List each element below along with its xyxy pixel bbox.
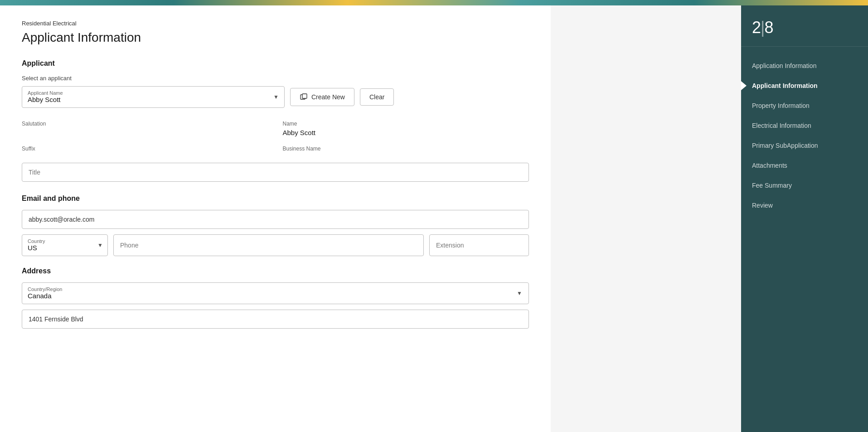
sidebar-item-label-application-information: Application Information xyxy=(752,62,816,69)
address-line1-input[interactable] xyxy=(22,310,529,329)
country-region-value: Canada xyxy=(28,292,52,300)
suffix-label: Suffix xyxy=(22,146,268,152)
country-region-label: Country/Region xyxy=(28,286,510,292)
sidebar-item-application-information[interactable]: Application Information xyxy=(741,56,868,76)
sidebar: 2|8 Application Information Applicant In… xyxy=(741,5,868,432)
country-phone-arrow-icon: ▼ xyxy=(97,242,103,248)
page-title: Applicant Information xyxy=(22,30,529,45)
sidebar-item-property-information[interactable]: Property Information xyxy=(741,96,868,116)
create-new-icon xyxy=(300,93,308,101)
suffix-business-row: Suffix Business Name xyxy=(22,146,529,154)
sidebar-item-primary-subapplication[interactable]: Primary SubApplication xyxy=(741,136,868,155)
name-value: Abby Scott xyxy=(283,129,529,136)
country-phone-label: Country xyxy=(28,238,89,244)
step-indicator: 2|8 xyxy=(741,5,868,47)
select-applicant-row: Applicant Name Abby Scott ▼ Create New xyxy=(22,86,529,108)
applicant-name-dropdown-label: Applicant Name xyxy=(28,90,266,96)
applicant-section-title: Applicant xyxy=(22,59,529,68)
address-section: Address Country/Region Canada ▼ xyxy=(22,267,529,329)
svg-rect-1 xyxy=(302,94,307,98)
business-name-field: Business Name xyxy=(283,146,529,154)
sidebar-item-label-review: Review xyxy=(752,202,773,209)
sidebar-item-label-applicant-information: Applicant Information xyxy=(752,82,818,89)
sidebar-item-applicant-information[interactable]: Applicant Information xyxy=(741,76,868,96)
title-input[interactable] xyxy=(22,163,529,182)
country-region-dropdown[interactable]: Country/Region Canada ▼ xyxy=(22,282,529,304)
phone-input[interactable] xyxy=(113,234,424,256)
content-area: Residential Electrical Applicant Informa… xyxy=(0,5,741,432)
address-title: Address xyxy=(22,267,529,275)
applicant-name-dropdown[interactable]: Applicant Name Abby Scott ▼ xyxy=(22,86,285,108)
extension-input[interactable] xyxy=(429,234,529,256)
name-label: Name xyxy=(283,121,529,127)
email-input[interactable] xyxy=(22,210,529,229)
suffix-field: Suffix xyxy=(22,146,268,154)
applicant-name-dropdown-arrow-icon: ▼ xyxy=(273,94,279,100)
business-name-label: Business Name xyxy=(283,146,529,152)
clear-button[interactable]: Clear xyxy=(360,88,394,106)
total-steps: 8 xyxy=(764,18,773,37)
country-phone-dropdown[interactable]: Country US ▼ xyxy=(22,234,108,256)
select-applicant-label: Select an applicant xyxy=(22,75,529,82)
applicant-name-dropdown-value: Abby Scott xyxy=(28,96,61,103)
sidebar-item-electrical-information[interactable]: Electrical Information xyxy=(741,116,868,136)
sidebar-item-review[interactable]: Review xyxy=(741,195,868,215)
main-layout: Residential Electrical Applicant Informa… xyxy=(0,5,868,432)
applicant-section: Applicant Select an applicant Applicant … xyxy=(22,59,529,194)
name-field: Name Abby Scott xyxy=(283,121,529,136)
create-new-label: Create New xyxy=(311,93,345,101)
email-phone-title: Email and phone xyxy=(22,194,529,203)
sidebar-item-fee-summary[interactable]: Fee Summary xyxy=(741,175,868,195)
country-phone-value: US xyxy=(28,244,37,252)
sidebar-item-label-property-information: Property Information xyxy=(752,102,810,109)
salutation-label: Salutation xyxy=(22,121,268,127)
sidebar-item-label-electrical-information: Electrical Information xyxy=(752,122,811,129)
create-new-button[interactable]: Create New xyxy=(290,88,354,106)
top-banner xyxy=(0,0,868,5)
sidebar-item-attachments[interactable]: Attachments xyxy=(741,155,868,175)
phone-row: Country US ▼ xyxy=(22,234,529,256)
page-subtitle: Residential Electrical xyxy=(22,20,529,27)
content-inner: Residential Electrical Applicant Informa… xyxy=(0,5,551,432)
email-phone-section: Email and phone Country US ▼ xyxy=(22,194,529,256)
sidebar-item-label-fee-summary: Fee Summary xyxy=(752,182,792,189)
clear-label: Clear xyxy=(369,93,384,101)
country-region-arrow-icon: ▼ xyxy=(517,290,522,296)
sidebar-nav: Application Information Applicant Inform… xyxy=(741,47,868,224)
current-step: 2 xyxy=(752,18,761,37)
sidebar-item-label-primary-subapplication: Primary SubApplication xyxy=(752,142,818,149)
salutation-name-row: Salutation Name Abby Scott xyxy=(22,121,529,136)
salutation-field: Salutation xyxy=(22,121,268,136)
sidebar-item-label-attachments: Attachments xyxy=(752,162,787,169)
